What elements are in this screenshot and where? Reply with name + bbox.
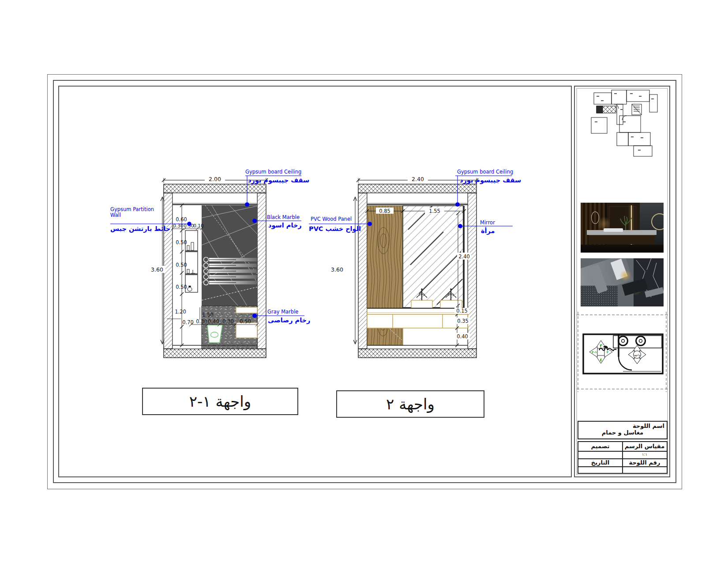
caption-facade-2: واجهة ٢	[336, 390, 484, 418]
wall-section-right	[257, 193, 266, 349]
wall-section-bottom	[358, 349, 477, 358]
wall-section-top	[358, 184, 477, 193]
marker-number: ٤	[600, 358, 602, 362]
label-partition-ar: حائط بارتشن جبس	[110, 225, 170, 232]
dim-text: 0.40	[457, 333, 468, 340]
towel-bars	[204, 257, 257, 285]
scale-value: ١:١	[623, 452, 667, 457]
marker-number: ١-٢	[592, 351, 597, 354]
label-black-marble-en: Black Marble	[267, 215, 300, 220]
title-block-name: اسم اللوحة مغاسل و حمام	[578, 421, 668, 439]
date-label: التاريخ	[578, 459, 622, 466]
key-plan: ٣ ٤ ١-٢ ٢ واجهة	[577, 312, 668, 392]
label-partition-en2: Wall	[110, 212, 121, 218]
dim-text: 2.40	[458, 253, 470, 260]
dim-text: 3.60	[151, 266, 163, 273]
dim-text: 0.30	[196, 318, 207, 325]
wall-section-right	[468, 193, 477, 349]
dim-text: 3.60	[331, 266, 343, 273]
render-photo-vanity	[581, 203, 664, 253]
dim-text: 0.30	[222, 318, 234, 325]
facade-marker-label: واجهة	[634, 353, 640, 357]
label-gypsum-ceiling2-en: Gypsum board Ceiling	[457, 169, 513, 174]
dim-text: 0.50	[176, 239, 187, 246]
basin	[411, 300, 432, 308]
label-black-marble-ar: رخام اسود	[268, 222, 302, 229]
vanity-cabinet	[367, 314, 468, 328]
label-mirror-ar: مرأة	[481, 227, 495, 234]
sheet-number-label: رقم اللوحة	[623, 459, 667, 466]
label-pvc-en: PVC Wood Panel	[311, 216, 352, 222]
drawing-sheet: 2.00 3.60 0.60 0.50 0.50 0.50 1.20 0.70 …	[0, 0, 728, 563]
sheet-name-label: اسم اللوحة	[578, 422, 667, 429]
label-gray-marble-en: Gray Marble	[267, 309, 298, 314]
label-gypsum-ceiling2-ar: سقف جيبسوم بورد	[460, 177, 521, 184]
floor-plan-thumbnail	[591, 90, 657, 156]
marker-number: ٢	[607, 351, 609, 354]
render-photo-top-view	[581, 258, 664, 306]
dim-text: 0.40	[208, 318, 219, 325]
mirror-panel	[403, 206, 463, 308]
shelf-unit	[185, 230, 198, 292]
dim-text: 1.50	[202, 312, 214, 318]
label-gray-marble-ar: رخام رصاصى	[268, 317, 310, 324]
marker-number: ٣	[600, 344, 602, 348]
dim-text: 0.50	[240, 318, 251, 325]
dim-text: 0.35	[457, 318, 469, 324]
dim-text: 0.15	[456, 308, 468, 314]
wall-section-left	[358, 193, 367, 349]
counter-top	[367, 308, 468, 314]
left-elevation-drawing: 2.00 3.60 0.60 0.50 0.50 0.50 1.20 0.70 …	[110, 176, 304, 358]
wall-niche	[236, 307, 257, 313]
scale-label: مقياس الرسم	[623, 443, 667, 450]
dim-text: 0.10	[193, 223, 203, 228]
dim-text: 0.50	[176, 262, 187, 268]
label-gypsum-ceiling-en: Gypsum board Ceiling	[245, 169, 301, 174]
dim-text: 0.85	[379, 208, 390, 214]
toilet	[207, 325, 222, 343]
right-elevation-drawing: 2.40 3.60 0.85 1.55 2.40 0.15 0.35 0.40	[309, 176, 513, 358]
dim-text: 2.40	[412, 176, 424, 182]
dim-text: 2.00	[209, 176, 221, 182]
dim-text: 0.50	[176, 284, 187, 290]
label-partition-en1: Gypsum Partition	[110, 207, 154, 212]
wall-section-top	[164, 184, 266, 193]
dim-text: 1.20	[175, 309, 186, 315]
black-marble-panel	[199, 205, 260, 306]
design-label: تصميم	[578, 443, 622, 450]
dim-text: 0.60	[176, 216, 187, 223]
caption-facade-1-2: واجهة ١-٢	[142, 388, 298, 415]
label-gypsum-ceiling-ar: سقف جيبسوم بورد	[248, 177, 309, 184]
title-block-table: مقياس الرسم تصميم ١:١ رقم اللوحة التاريخ	[578, 441, 668, 474]
sheet-name-value: مغاسل و حمام	[578, 429, 667, 436]
dim-text: 1.55	[429, 208, 440, 214]
basin	[440, 300, 462, 308]
basin-highlight	[604, 228, 623, 232]
wall-niche	[236, 323, 257, 338]
wall-section-bottom	[164, 349, 266, 358]
label-pvc-ar: الواح خشب PVC	[309, 225, 361, 232]
label-mirror-en: Mirror	[480, 220, 495, 225]
